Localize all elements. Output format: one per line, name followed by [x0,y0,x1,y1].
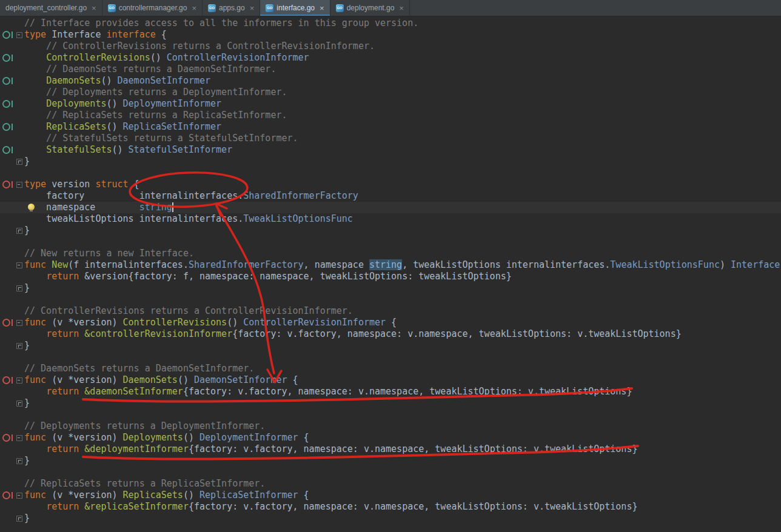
code-text: // DaemonSets returns a DaemonSetInforme… [24,64,276,75]
fold-gutter [15,432,24,444]
tab-label: interface.go [277,4,315,12]
code-text: // StatefulSets returns a StatefulSetInf… [24,133,298,144]
tab-close-icon[interactable]: × [192,4,196,12]
gutter [0,156,15,167]
tab-close-icon[interactable]: × [92,4,96,12]
code-line: ControllerRevisions() ControllerRevision… [0,52,781,64]
implemented-marker-icon[interactable] [2,100,10,108]
tab-close-icon[interactable]: × [320,4,324,12]
code-line: func (v *version) ReplicaSets() ReplicaS… [0,490,781,501]
fold-end-icon[interactable] [16,343,22,349]
tab-close-icon[interactable]: × [399,4,404,12]
gutter [0,179,15,190]
fold-collapse-icon[interactable] [16,493,22,499]
code-text: } [24,455,30,467]
code-text: return &controllerRevisionInformer{facto… [24,328,682,340]
gutter [0,52,15,64]
code-text: ControllerRevisions() ControllerRevision… [24,52,309,64]
fold-gutter [15,52,24,64]
fold-gutter [15,190,24,202]
code-line: } [0,340,781,351]
gutter [0,121,15,133]
fold-end-icon[interactable] [16,401,22,407]
editor-tab[interactable]: GOdeployment.go× [330,0,410,16]
fold-gutter [15,386,24,397]
code-editor[interactable]: // Interface provides access to all the … [0,16,781,532]
fold-collapse-icon[interactable] [16,32,22,38]
fold-end-icon[interactable] [16,516,22,522]
gutter [0,41,15,52]
fold-collapse-icon[interactable] [16,377,22,384]
implemented-marker-icon[interactable] [2,77,10,85]
gutter [0,317,15,328]
intention-bulb-icon[interactable] [28,204,35,210]
code-text: // ControllerRevisions returns a Control… [24,41,375,52]
code-line: // ControllerRevisions returns a Control… [0,41,781,52]
code-line: return &controllerRevisionInformer{facto… [0,328,781,340]
overridden-marker-icon[interactable] [2,491,10,499]
implemented-marker-icon[interactable] [2,54,10,62]
gutter [0,110,15,121]
code-text: } [24,225,30,236]
fold-collapse-icon[interactable] [16,262,22,268]
code-text: } [24,397,30,409]
code-text: return &daemonSetInformer{factory: v.fac… [24,386,632,397]
gutter [0,29,15,41]
implemented-marker-icon[interactable] [2,123,10,131]
code-text: // Deployments returns a DeploymentInfor… [24,421,265,432]
code-text: namespace string [24,202,173,213]
code-line: func (v *version) DaemonSets() DaemonSet… [0,374,781,386]
fold-gutter [15,294,24,305]
overridden-marker-icon[interactable] [2,434,10,442]
fold-gutter [15,75,24,87]
overridden-marker-icon[interactable] [2,319,10,327]
go-file-icon: GO [336,4,344,12]
gutter [0,305,15,317]
tab-label: deployment.go [347,4,395,12]
gutter [0,87,15,98]
editor-tab[interactable]: GOcontrollermanager.go× [102,0,203,16]
code-text: StatefulSets() StatefulSetInformer [24,144,232,156]
code-line: tweakListOptions internalinterfaces.Twea… [0,213,781,225]
fold-gutter [15,467,24,478]
go-file-icon: GO [108,4,116,12]
code-text: // New returns a new Interface. [24,248,194,259]
tab-close-icon[interactable]: × [250,4,255,12]
code-line: } [0,225,781,236]
fold-gutter [15,351,24,363]
fold-end-icon[interactable] [16,159,22,165]
fold-gutter [15,478,24,490]
fold-collapse-icon[interactable] [16,320,22,326]
gutter [0,133,15,144]
fold-gutter [15,317,24,328]
editor-tab[interactable]: deployment_controller.go× [0,0,102,16]
code-line: // ReplicaSets returns a ReplicaSetInfor… [0,478,781,490]
implemented-marker-icon[interactable] [2,146,10,154]
gutter [0,363,15,374]
code-line: // Deployments returns a DeploymentInfor… [0,87,781,98]
fold-end-icon[interactable] [16,285,22,291]
overridden-marker-icon[interactable] [2,376,10,384]
code-text: ReplicaSets() ReplicaSetInformer [24,121,221,133]
code-line: // New returns a new Interface. [0,248,781,259]
implemented-marker-icon[interactable] [2,31,10,39]
fold-gutter [15,340,24,351]
overridden-marker-icon[interactable] [2,181,10,188]
fold-end-icon[interactable] [16,228,22,234]
code-line: // Deployments returns a DeploymentInfor… [0,421,781,432]
fold-collapse-icon[interactable] [16,182,22,188]
code-line: func (v *version) ControllerRevisions() … [0,317,781,328]
fold-collapse-icon[interactable] [16,435,22,441]
code-line: type version struct { [0,179,781,190]
fold-end-icon[interactable] [16,458,22,464]
editor-tab[interactable]: GOapps.go× [203,0,260,16]
code-line: } [0,397,781,409]
code-text: func (v *version) DaemonSets() DaemonSet… [24,374,298,386]
editor-tab[interactable]: GOinterface.go× [260,0,330,16]
fold-gutter [15,64,24,75]
gutter [0,75,15,87]
gutter [0,490,15,501]
code-line: factory internalinterfaces.SharedInforme… [0,190,781,202]
fold-gutter [15,87,24,98]
code-text: type version struct { [24,179,139,190]
